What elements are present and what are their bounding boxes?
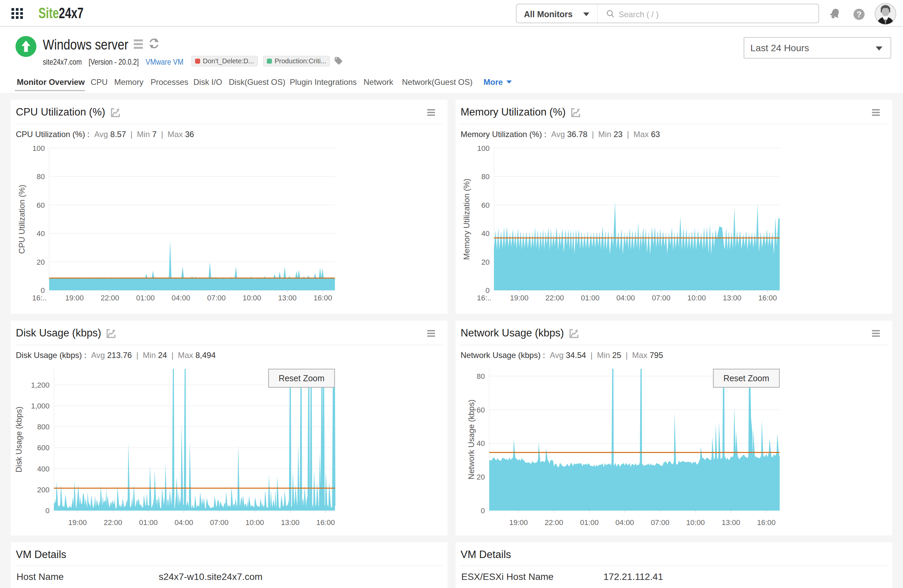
svg-text:13:00: 13:00 [722, 518, 740, 527]
svg-text:22:00: 22:00 [544, 518, 563, 527]
svg-text:200: 200 [37, 486, 50, 494]
svg-text:22:00: 22:00 [101, 294, 119, 302]
svg-text:40: 40 [481, 229, 489, 238]
svg-text:13:00: 13:00 [281, 518, 299, 527]
svg-text:01:00: 01:00 [580, 518, 599, 527]
svg-text:0: 0 [481, 506, 485, 515]
svg-text:Reset Zoom: Reset Zoom [724, 373, 769, 383]
svg-text:22:00: 22:00 [546, 294, 564, 302]
svg-text:16:00: 16:00 [316, 518, 335, 527]
svg-text:100: 100 [32, 144, 45, 152]
svg-text:04:00: 04:00 [615, 518, 634, 527]
svg-text:20: 20 [477, 473, 485, 481]
svg-text:Network Usage (kbps): Network Usage (kbps) [467, 400, 476, 479]
svg-text:20: 20 [37, 258, 45, 267]
svg-text:800: 800 [37, 423, 50, 431]
svg-text:13:00: 13:00 [278, 294, 296, 302]
svg-text:04:00: 04:00 [171, 294, 190, 302]
svg-text:10:00: 10:00 [686, 518, 705, 527]
svg-text:60: 60 [477, 406, 485, 414]
svg-text:10:00: 10:00 [245, 518, 264, 527]
svg-text:19:00: 19:00 [509, 518, 528, 527]
svg-text:1,000: 1,000 [31, 402, 50, 410]
svg-text:20: 20 [481, 258, 489, 267]
svg-text:16:..: 16:.. [32, 294, 47, 302]
svg-text:01:00: 01:00 [581, 294, 599, 302]
svg-text:60: 60 [37, 201, 45, 210]
svg-text:13:00: 13:00 [723, 294, 741, 302]
svg-text:600: 600 [37, 444, 50, 452]
svg-text:400: 400 [37, 465, 50, 473]
svg-text:CPU Utilization (%): CPU Utilization (%) [17, 185, 26, 254]
svg-text:01:00: 01:00 [136, 294, 155, 302]
svg-text:19:00: 19:00 [68, 518, 87, 527]
svg-text:16:00: 16:00 [314, 294, 332, 302]
svg-text:10:00: 10:00 [242, 294, 261, 302]
svg-text:04:00: 04:00 [616, 294, 635, 302]
svg-text:19:00: 19:00 [510, 294, 528, 302]
svg-text:100: 100 [477, 144, 489, 152]
svg-text:40: 40 [477, 439, 485, 448]
svg-text:0: 0 [46, 506, 50, 515]
svg-text:07:00: 07:00 [651, 518, 670, 527]
svg-text:80: 80 [477, 372, 485, 381]
svg-text:16:..: 16:.. [477, 294, 492, 302]
svg-text:16:00: 16:00 [757, 518, 776, 527]
svg-text:Disk Usage (kbps): Disk Usage (kbps) [14, 406, 23, 472]
svg-text:80: 80 [37, 172, 45, 181]
svg-text:07:00: 07:00 [652, 294, 670, 302]
svg-text:16:00: 16:00 [758, 294, 777, 302]
svg-text:80: 80 [481, 172, 489, 181]
svg-text:60: 60 [481, 201, 489, 210]
svg-text:40: 40 [37, 229, 45, 238]
svg-text:1,200: 1,200 [31, 381, 50, 389]
svg-text:04:00: 04:00 [175, 518, 193, 527]
svg-text:Reset Zoom: Reset Zoom [278, 373, 324, 383]
svg-text:01:00: 01:00 [139, 518, 158, 527]
svg-text:07:00: 07:00 [210, 518, 228, 527]
svg-text:19:00: 19:00 [65, 294, 83, 302]
svg-text:22:00: 22:00 [104, 518, 122, 527]
svg-text:07:00: 07:00 [207, 294, 226, 302]
svg-text:10:00: 10:00 [687, 294, 706, 302]
svg-text:Memory Utilization (%): Memory Utilization (%) [462, 179, 471, 260]
